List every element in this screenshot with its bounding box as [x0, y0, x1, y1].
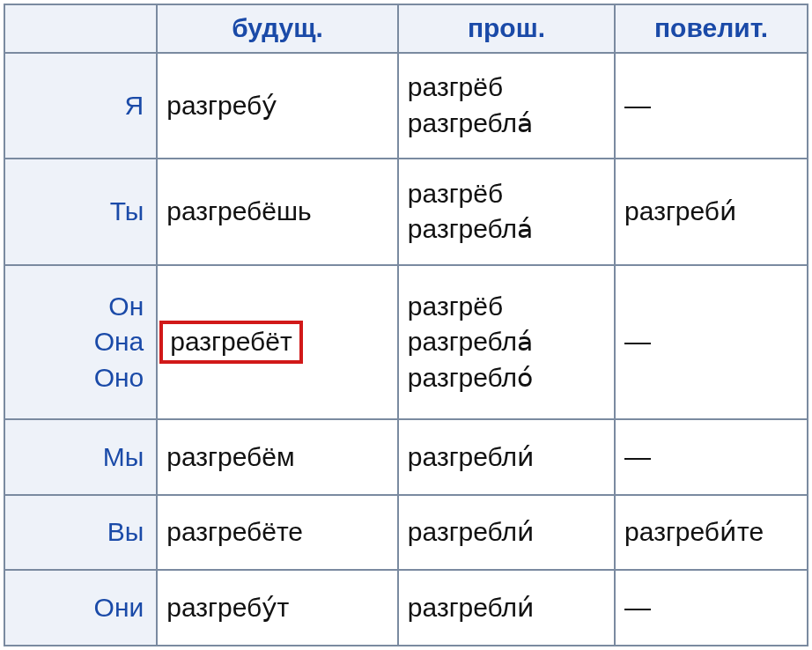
header-row: будущ. прош. повелит. [4, 4, 808, 53]
future-3pl: разгребу́т [157, 570, 398, 646]
pronoun-3pl: Они [4, 570, 157, 646]
pronoun-2pl: Вы [4, 495, 157, 571]
past-3sg-m: разгрёб [408, 289, 605, 325]
header-blank [4, 4, 157, 53]
header-imperative: повелит. [615, 4, 808, 53]
imperative-2sg: разгреби́ [615, 159, 808, 265]
past-3sg-f: разгребла́ [408, 324, 605, 360]
conjugation-table: будущ. прош. повелит. Я разгребу́ разгрё… [4, 4, 808, 646]
past-2sg-f: разгребла́ [408, 211, 605, 247]
past-2sg-m: разгрёб [408, 176, 605, 212]
future-1sg: разгребу́ [157, 53, 398, 159]
pronoun-1pl: Мы [4, 419, 157, 495]
header-future: будущ. [157, 4, 398, 53]
pronoun-3sg-f: Она [14, 324, 144, 360]
future-2pl: разгребёте [157, 495, 398, 571]
imperative-1pl: — [615, 419, 808, 495]
past-3sg-n: разгребло́ [408, 360, 605, 396]
past-1sg-f: разгребла́ [408, 106, 605, 142]
past-2sg: разгрёб разгребла́ [398, 159, 615, 265]
imperative-1sg: — [615, 53, 808, 159]
row-3pl: Они разгребу́т разгребли́ — [4, 570, 808, 646]
past-1pl: разгребли́ [398, 419, 615, 495]
conjugation-table-wrap: будущ. прош. повелит. Я разгребу́ разгрё… [0, 0, 812, 650]
pronoun-2sg: Ты [4, 159, 157, 265]
row-2pl: Вы разгребёте разгребли́ разгреби́те [4, 495, 808, 571]
row-2sg: Ты разгребёшь разгрёб разгребла́ разгреб… [4, 159, 808, 265]
imperative-3pl: — [615, 570, 808, 646]
past-2pl: разгребли́ [398, 495, 615, 571]
pronoun-3sg-n: Оно [14, 360, 144, 396]
past-3sg: разгрёб разгребла́ разгребло́ [398, 265, 615, 420]
row-3sg: Он Она Оно разгребёт разгрёб разгребла́ … [4, 265, 808, 420]
header-past: прош. [398, 4, 615, 53]
future-2sg: разгребёшь [157, 159, 398, 265]
past-1sg: разгрёб разгребла́ [398, 53, 615, 159]
future-3sg-highlighted: разгребёт [159, 321, 302, 364]
future-1pl: разгребём [157, 419, 398, 495]
imperative-3sg: — [615, 265, 808, 420]
past-3pl: разгребли́ [398, 570, 615, 646]
pronoun-1sg: Я [4, 53, 157, 159]
past-1sg-m: разгрёб [408, 70, 605, 106]
row-1pl: Мы разгребём разгребли́ — [4, 419, 808, 495]
pronoun-3sg-m: Он [14, 289, 144, 325]
imperative-2pl: разгреби́те [615, 495, 808, 571]
pronoun-3sg: Он Она Оно [4, 265, 157, 420]
row-1sg: Я разгребу́ разгрёб разгребла́ — [4, 53, 808, 159]
future-3sg: разгребёт [157, 265, 398, 420]
